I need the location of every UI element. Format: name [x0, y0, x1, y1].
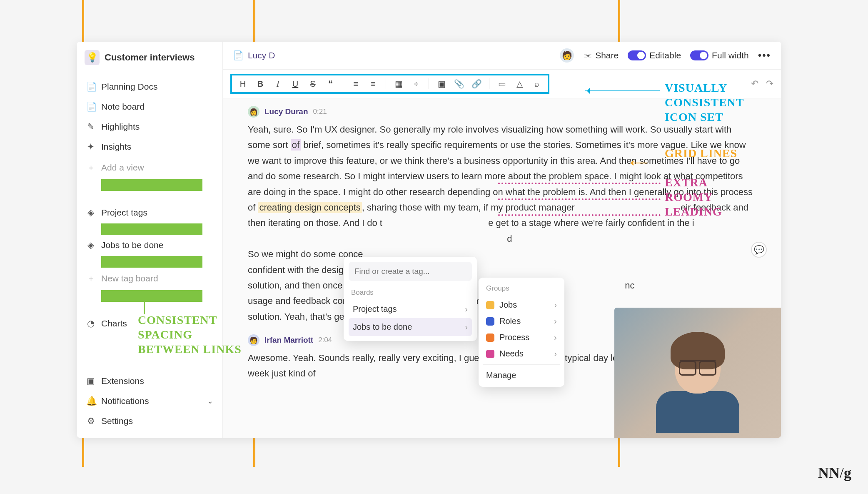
chevron-right-icon: › — [554, 316, 557, 326]
numbered-list-button[interactable]: ≡ — [366, 76, 381, 91]
main-header: 📄 Lucy D 🧑 ⫘ Share Editable Full width •… — [223, 42, 781, 69]
sidebar-item-jobs[interactable]: ◈ Jobs to be done — [85, 235, 215, 255]
text: nc — [625, 280, 634, 291]
editable-toggle[interactable]: Editable — [628, 50, 681, 60]
image-button[interactable]: ▣ — [434, 76, 449, 91]
chevron-down-icon: ⌄ — [207, 396, 213, 406]
sidebar-label: Notifications — [101, 396, 149, 406]
highlight-yellow[interactable]: creating design concepts — [258, 202, 362, 213]
attach-button[interactable]: 📎 — [451, 76, 466, 91]
annotation-connector — [144, 300, 145, 314]
submenu-manage[interactable]: Manage — [483, 364, 560, 383]
text: d — [507, 233, 512, 244]
popup-item-label: Jobs to be done — [353, 322, 412, 332]
popup-item-project-tags[interactable]: Project tags › — [349, 300, 472, 318]
sidebar-item-insights[interactable]: ✦ Insights — [85, 137, 215, 157]
video-button[interactable]: ▭ — [494, 76, 509, 91]
sidebar-label: Jobs to be done — [101, 240, 163, 250]
share-label: Share — [595, 50, 619, 60]
heading-button[interactable]: H — [235, 76, 250, 91]
annotation-text: ROOMY — [665, 191, 713, 204]
cloud-button[interactable]: △ — [512, 76, 527, 91]
editable-label: Editable — [649, 50, 681, 60]
doc-icon: 📄 — [233, 50, 244, 60]
sidebar-label: Settings — [101, 416, 133, 426]
annotation-text: CONSISTENT — [138, 313, 217, 327]
annotation-text: SPACING — [138, 328, 192, 341]
bold-button[interactable]: B — [253, 76, 268, 91]
annotation-text: CONSISTENT — [665, 96, 744, 109]
bullet-list-button[interactable]: ≡ — [348, 76, 363, 91]
more-icon[interactable]: ••• — [758, 50, 771, 61]
workspace-title: Customer interviews — [105, 52, 195, 63]
sidebar-item-notifications[interactable]: 🔔 Notifications ⌄ — [85, 391, 215, 411]
chevron-right-icon: › — [465, 304, 468, 314]
annotation-text: ICON SET — [665, 110, 723, 124]
annotation-leading-line — [498, 198, 661, 200]
sidebar-header: 💡 Customer interviews — [85, 50, 215, 65]
highlight-icon: ✎ — [86, 122, 95, 132]
tag-icon: ◈ — [86, 208, 95, 218]
find-button[interactable]: ⌕ — [529, 76, 544, 91]
fullwidth-toggle[interactable]: Full width — [690, 50, 749, 60]
tag-popup: Boards Project tags › Jobs to be done › … — [344, 257, 477, 341]
submenu-item-jobs[interactable]: Jobs › — [483, 297, 560, 313]
tag-search-input[interactable] — [349, 262, 472, 281]
doc-title[interactable]: 📄 Lucy D — [233, 50, 275, 60]
sidebar-label: Charts — [101, 318, 127, 328]
popup-section-label: Boards — [351, 288, 469, 297]
redo-button[interactable]: ↷ — [766, 78, 773, 89]
toggle-switch[interactable] — [628, 50, 646, 60]
groups-submenu: Groups Jobs › Roles › Process › — [479, 278, 564, 387]
sidebar-item-add-view[interactable]: ＋ Add a view — [85, 157, 215, 178]
italic-button[interactable]: I — [270, 76, 285, 91]
annotation-spacing-bar — [101, 179, 202, 191]
highlight-purple[interactable]: of — [291, 139, 301, 150]
sidebar-item-extensions[interactable]: ▣ Extensions — [85, 371, 215, 391]
doc-title-text: Lucy D — [248, 50, 275, 60]
submenu-section-label: Groups — [486, 284, 557, 293]
submenu-item-process[interactable]: Process › — [483, 329, 560, 346]
popup-item-jobs[interactable]: Jobs to be done › — [349, 318, 472, 336]
toggle-switch[interactable] — [690, 50, 708, 60]
sidebar-label: Note board — [101, 102, 145, 112]
submenu-item-needs[interactable]: Needs › — [483, 346, 560, 362]
sidebar-item-new-tag-board[interactable]: ＋ New tag board — [85, 268, 215, 289]
link-button[interactable]: 🔗 — [469, 76, 484, 91]
separator — [489, 78, 489, 89]
submenu-item-roles[interactable]: Roles › — [483, 313, 560, 329]
divider-button[interactable]: ÷ — [409, 76, 424, 91]
sidebar-item-project-tags[interactable]: ◈ Project tags — [85, 203, 215, 223]
annotation-spacing-bar — [101, 290, 202, 302]
extensions-icon: ▣ — [86, 376, 95, 386]
video-thumbnail[interactable] — [614, 308, 781, 438]
annotation-text: EXTRA — [665, 176, 708, 189]
chevron-right-icon: › — [554, 300, 557, 310]
sidebar-item-note-board[interactable]: 📄 Note board — [85, 97, 215, 117]
sidebar-item-settings[interactable]: ⚙ Settings — [85, 411, 215, 431]
color-swatch — [486, 350, 494, 358]
undo-button[interactable]: ↶ — [751, 78, 758, 89]
chart-icon: ◔ — [86, 318, 95, 328]
separator — [429, 78, 429, 89]
comment-icon[interactable]: 💬 — [751, 242, 767, 258]
annotation-text: LEADING — [665, 205, 722, 218]
quote-button[interactable]: ❝ — [323, 76, 338, 91]
share-button[interactable]: ⫘ Share — [583, 50, 619, 60]
nng-logo: NN/g — [818, 464, 851, 481]
sidebar-label: Add a view — [101, 163, 144, 173]
underline-button[interactable]: U — [288, 76, 303, 91]
sidebar-label: Highlights — [101, 122, 140, 132]
sidebar-item-planning-docs[interactable]: 📄 Planning Docs — [85, 77, 215, 97]
lightbulb-icon: 💡 — [85, 50, 100, 65]
separator — [386, 78, 386, 89]
color-swatch — [486, 334, 494, 342]
sidebar-item-highlights[interactable]: ✎ Highlights — [85, 117, 215, 137]
sidebar-label: Insights — [101, 142, 131, 152]
submenu-label: Needs — [499, 349, 524, 359]
user-avatar[interactable]: 🧑 — [560, 48, 574, 63]
table-button[interactable]: ▦ — [391, 76, 406, 91]
annotation-arrow: ⟵ — [630, 155, 648, 170]
strike-button[interactable]: S — [305, 76, 320, 91]
tag-icon: ◈ — [86, 240, 95, 250]
